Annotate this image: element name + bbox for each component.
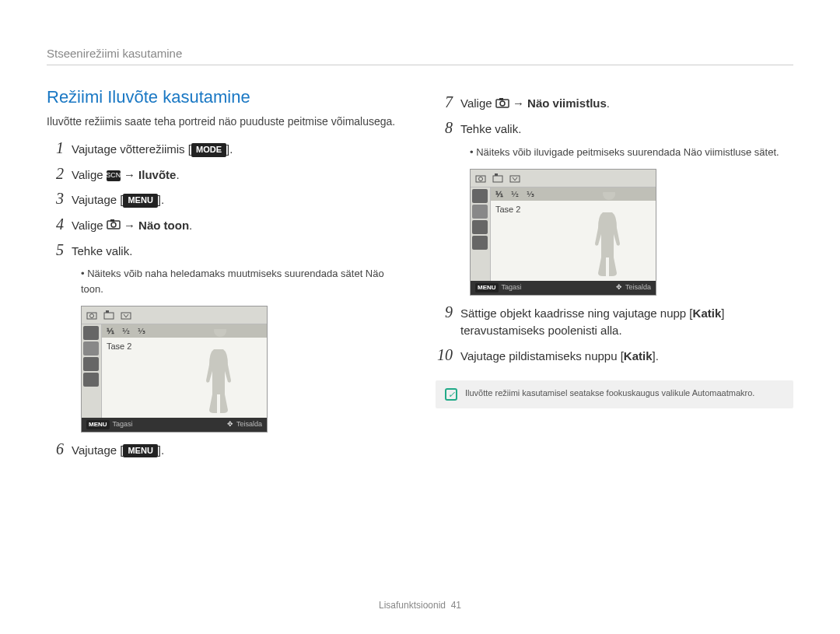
menu-button-label: MENU [123,194,157,207]
step-pre: Vajutage [ [72,193,123,206]
page-header: Stseenirežiimi kasutamine [47,47,793,65]
svg-rect-5 [104,313,114,319]
camera-icon [495,96,509,114]
menu-button-label: MENU [123,444,157,457]
sc-body: ⅟₁ ⅟₂ ⅟₃ Tase 2 [82,324,267,418]
right-column: 7 Valige → Näo viimistlus. 8 Tehke valik… [436,87,793,465]
step-text: Tehke valik. [460,119,521,138]
step-text: Vajutage võtterežiimis [MODE]. [72,139,233,159]
sc-preview: ⅟₁ ⅟₂ ⅟₃ Tase 2 [102,324,267,418]
sc-footer: MENUTagasi ✥Teisalda [82,418,267,431]
step-bold: Katik [624,349,653,363]
sc-level-label: Tase 2 [495,205,520,214]
svg-rect-13 [493,176,502,182]
step-text: Valige → Näo toon. [72,215,192,235]
step-number: 5 [47,241,64,259]
step-text: Tehke valik. [72,241,132,261]
step-pre: Vajutage võtterežiimis [ [72,142,191,156]
step-10: 10 Vajutage pildistamiseks nuppu [Katik]… [436,346,793,366]
step-5-note: Näiteks võib naha heledamaks muutmiseks … [81,266,404,296]
step-7: 7 Valige → Näo viimistlus. [436,93,793,113]
step-number: 1 [47,139,64,157]
step-number: 3 [47,190,64,208]
step-4: 4 Valige → Näo toon. [47,215,404,235]
tab-icon [509,173,520,184]
sc-move-label: Teisalda [236,420,262,428]
nav-icon: ✥ [616,283,622,291]
step-1: 1 Vajutage võtterežiimis [MODE]. [47,139,404,159]
side-icon [472,189,488,203]
step-post: . [189,219,192,232]
step-8: 8 Tehke valik. [436,119,793,138]
section-title: Režiimi Iluvõte kasutamine [47,87,404,107]
step-bold: → Iluvõte [121,168,177,181]
camera-icon [107,217,121,235]
tab-icon [103,310,114,321]
svg-point-9 [500,101,505,106]
step-post: ]. [158,443,164,457]
side-icon [83,357,99,371]
intro-text: Iluvõtte režiimis saate teha portreid nä… [47,114,404,130]
step-pre: Vajutage [ [72,443,123,457]
info-icon: ✓ [445,388,457,401]
side-icon [472,236,488,250]
step-text: Valige → Näo viimistlus. [460,93,610,113]
step-number: 2 [47,165,64,183]
camera-screenshot-2: ⅟₁ ⅟₂ ⅟₃ Tase 2 MENUTagasi ✥Teisalda [470,169,656,295]
step-6: 6 Vajutage [MENU]. [47,440,404,460]
tab-icon [86,310,97,321]
person-silhouette-icon [586,192,632,276]
sc-move-label: Teisalda [625,283,651,291]
step-post: . [176,168,179,181]
step-9: 9 Sättige objekt kaadrisse ning vajutage… [436,303,793,340]
level-tab-3: ⅟₃ [527,190,534,198]
step-3: 3 Vajutage [MENU]. [47,190,404,209]
svg-point-4 [90,314,94,318]
step-number: 8 [436,119,453,137]
svg-point-12 [479,177,483,181]
step-pre: Sättige objekt kaadrisse ning vajutage n… [460,306,693,320]
level-tab-2: ⅟₂ [122,327,130,335]
svg-rect-2 [110,219,114,222]
side-icon [83,326,99,340]
step-text: Vajutage [MENU]. [72,440,164,460]
tab-icon [475,173,486,184]
side-icon [472,205,488,219]
sc-topbar [82,306,267,324]
step-pre: Vajutage pildistamiseks nuppu [ [460,349,624,363]
footer-page-number: 41 [451,600,461,611]
level-tab-1: ⅟₁ [495,190,503,198]
level-tab-3: ⅟₃ [138,327,145,335]
step-number: 10 [436,346,453,364]
side-icon [83,373,99,387]
page-footer: Lisafunktsioonid 41 [0,600,840,611]
sc-level-label: Tase 2 [107,342,131,351]
camera-screenshot-1: ⅟₁ ⅟₂ ⅟₃ Tase 2 MENUTagasi ✥Teisalda [81,306,268,432]
person-silhouette-icon [197,329,243,413]
step-number: 6 [47,440,64,458]
step-number: 7 [436,93,453,111]
step-post: ]. [226,142,233,156]
sc-sidebar [82,324,102,418]
svg-rect-6 [106,310,109,313]
step-bold: → Näo viimistlus [509,96,607,110]
sc-topbar [471,170,656,187]
mode-button-label: MODE [191,143,226,156]
svg-rect-14 [495,173,498,176]
step-post: . [607,96,610,110]
info-note: ✓ Iluvõtte režiimi kasutamisel seatakse … [436,380,793,408]
sc-preview: ⅟₁ ⅟₂ ⅟₃ Tase 2 [491,187,656,281]
step-pre: Valige [72,168,107,181]
side-icon [83,342,99,356]
left-column: Režiimi Iluvõte kasutamine Iluvõtte reži… [47,87,404,465]
svg-rect-10 [499,98,503,100]
nav-icon: ✥ [227,420,233,428]
tab-icon [121,310,131,321]
level-tab-1: ⅟₁ [107,327,114,335]
step-number: 4 [47,215,64,233]
step-text: Vajutage pildistamiseks nuppu [Katik]. [460,346,659,366]
sc-sidebar [471,187,491,281]
info-note-text: Iluvõtte režiimi kasutamisel seatakse fo… [465,388,754,398]
sc-back-label: Tagasi [502,283,522,291]
sc-body: ⅟₁ ⅟₂ ⅟₃ Tase 2 [471,187,656,281]
